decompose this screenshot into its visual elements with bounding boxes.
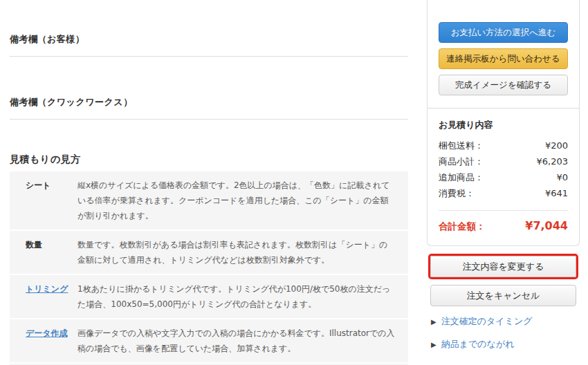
info-links: ▶ 注文確定のタイミング ▶ 納品までのながれ bbox=[430, 315, 576, 350]
glossary-desc-quantity: 数量です。枚数割引がある場合は割引率も表記されます。枚数割引は「シート」の金額に… bbox=[77, 231, 408, 274]
check-final-image-button[interactable]: 完成イメージを確認する bbox=[439, 75, 568, 95]
estimate-heading: お見積り内容 bbox=[439, 119, 568, 131]
table-row: シート 縦x横のサイズによる価格表の金額です。2色以上の場合は、「色数」に記載さ… bbox=[10, 171, 408, 230]
estimate-label: 追加商品： bbox=[439, 169, 484, 185]
glossary-desc-sheet: 縦x横のサイズによる価格表の金額です。2色以上の場合は、「色数」に記載されている… bbox=[77, 171, 408, 230]
table-row: 小計 1デザインあたりの小計です。括弧内は1枚あたりの単価です。 bbox=[10, 362, 408, 365]
data-creation-link[interactable]: データ作成 bbox=[26, 328, 68, 338]
order-actions-section: 注文内容を変更する 注文をキャンセル ▶ 注文確定のタイミング ▶ 納品までのな… bbox=[427, 256, 580, 350]
glossary-term-quantity: 数量 bbox=[10, 231, 77, 274]
estimate-value: ¥6,203 bbox=[537, 153, 569, 169]
estimate-label: 消費税： bbox=[439, 185, 475, 201]
total-value: ¥7,044 bbox=[525, 219, 568, 232]
triangle-bullet-icon: ▶ bbox=[431, 318, 437, 326]
quote-guide-heading: 見積もりの見方 bbox=[10, 153, 408, 166]
glossary-desc-trimming: 1枚あたりに掛かるトリミング代です。トリミング代が100円/枚で50枚の注文だっ… bbox=[77, 275, 408, 318]
glossary-desc-data-creation: 画像データでの入稿や文字入力での入稿の場合にかかる料金です。Illustrato… bbox=[77, 319, 408, 362]
order-summary-panel: お支払い方法の選択へ進む 連絡掲示板から問い合わせる 完成イメージを確認する お… bbox=[427, 0, 580, 246]
total-row: 合計金額： ¥7,044 bbox=[439, 219, 568, 233]
table-row: データ作成 画像データでの入稿や文字入力での入稿の場合にかかる料金です。Illu… bbox=[10, 318, 408, 362]
estimate-row-additional-items: 追加商品： ¥0 bbox=[439, 169, 568, 185]
delivery-flow-link[interactable]: ▶ 納品までのながれ bbox=[431, 338, 576, 350]
estimate-label: 梱包送料： bbox=[439, 138, 484, 153]
cancel-order-button[interactable]: 注文をキャンセル bbox=[430, 285, 576, 306]
order-confirm-timing-link[interactable]: ▶ 注文確定のタイミング bbox=[431, 315, 576, 328]
triangle-bullet-icon: ▶ bbox=[431, 341, 437, 348]
total-label: 合計金額： bbox=[439, 221, 486, 233]
order-sidebar: お支払い方法の選択へ進む 連絡掲示板から問い合わせる 完成イメージを確認する お… bbox=[427, 0, 580, 361]
estimate-value: ¥200 bbox=[545, 138, 568, 153]
estimate-label: 商品小計： bbox=[439, 153, 484, 169]
delivery-flow-link-text[interactable]: 納品までのながれ bbox=[441, 338, 515, 350]
remarks-customer-heading: 備考欄（お客様） bbox=[10, 33, 408, 46]
estimate-row-item-subtotal: 商品小計： ¥6,203 bbox=[439, 153, 568, 169]
glossary-term-trimming: トリミング bbox=[10, 275, 77, 318]
divider bbox=[10, 56, 408, 57]
quote-glossary-table: シート 縦x横のサイズによる価格表の金額です。2色以上の場合は、「色数」に記載さ… bbox=[10, 171, 408, 365]
main-content: 備考欄（お客様） 備考欄（クワックワークス） 見積もりの見方 シート 縦x横のサ… bbox=[10, 0, 408, 365]
order-confirm-timing-link-text[interactable]: 注文確定のタイミング bbox=[441, 315, 533, 328]
glossary-term-sheet: シート bbox=[10, 171, 77, 230]
proceed-to-payment-button[interactable]: お支払い方法の選択へ進む bbox=[439, 22, 568, 43]
divider bbox=[439, 210, 568, 211]
contact-board-button[interactable]: 連絡掲示板から問い合わせる bbox=[439, 48, 568, 69]
glossary-term-data-creation: データ作成 bbox=[10, 319, 77, 362]
change-order-button[interactable]: 注文内容を変更する bbox=[430, 256, 576, 277]
table-row: トリミング 1枚あたりに掛かるトリミング代です。トリミング代が100円/枚で50… bbox=[10, 274, 408, 318]
estimate-section: お見積り内容 梱包送料： ¥200 商品小計： ¥6,203 追加商品： ¥0 … bbox=[428, 108, 579, 245]
remarks-company-heading: 備考欄（クワックワークス） bbox=[10, 96, 408, 109]
table-row: 数量 数量です。枚数割引がある場合は割引率も表記されます。枚数割引は「シート」の… bbox=[10, 230, 408, 274]
estimate-value: ¥0 bbox=[556, 169, 568, 185]
action-buttons-section: お支払い方法の選択へ進む 連絡掲示板から問い合わせる 完成イメージを確認する bbox=[428, 0, 579, 108]
trimming-link[interactable]: トリミング bbox=[26, 284, 68, 294]
estimate-row-shipping: 梱包送料： ¥200 bbox=[439, 138, 568, 153]
estimate-value: ¥641 bbox=[545, 185, 568, 201]
divider bbox=[10, 119, 408, 120]
estimate-row-tax: 消費税： ¥641 bbox=[439, 185, 568, 201]
